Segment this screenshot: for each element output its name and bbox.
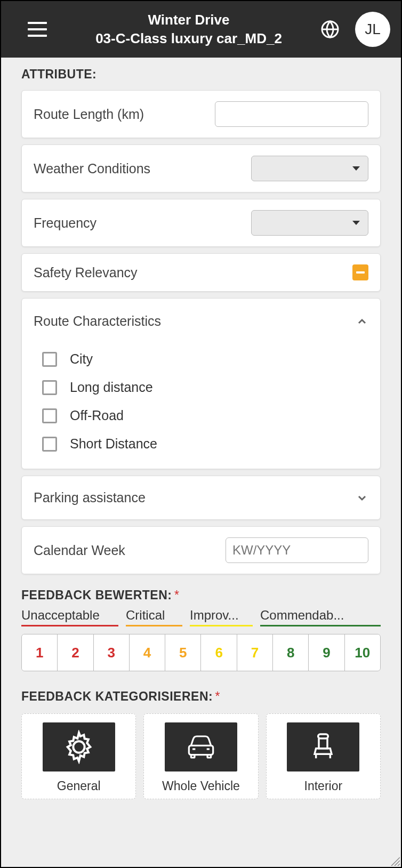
chevron-up-icon bbox=[356, 315, 368, 328]
svg-line-10 bbox=[398, 864, 400, 866]
rating-4[interactable]: 4 bbox=[130, 634, 165, 671]
route-option-off-road[interactable]: Off-Road bbox=[42, 408, 368, 423]
rating-10[interactable]: 10 bbox=[345, 634, 380, 671]
rating-label-critical: Critical bbox=[126, 608, 182, 626]
attribute-section-label: ATTRIBUTE: bbox=[21, 67, 381, 82]
route-length-input[interactable] bbox=[215, 101, 368, 127]
rating-3[interactable]: 3 bbox=[94, 634, 130, 671]
checkbox[interactable] bbox=[42, 352, 57, 367]
calendar-week-input[interactable] bbox=[226, 537, 368, 563]
gear-icon bbox=[43, 722, 115, 771]
rating-6[interactable]: 6 bbox=[201, 634, 237, 671]
rating-2[interactable]: 2 bbox=[58, 634, 93, 671]
svg-point-1 bbox=[73, 741, 84, 752]
route-option-short-distance[interactable]: Short Distance bbox=[42, 436, 368, 452]
safety-card: Safety Relevancy bbox=[21, 253, 381, 292]
category-general[interactable]: General bbox=[21, 713, 136, 799]
rating-label-commendable: Commendab... bbox=[260, 608, 381, 626]
rating-section-label: FEEDBACK BEWERTEN: bbox=[21, 588, 172, 602]
category-section-label: FEEDBACK KATEGORISIEREN: bbox=[21, 689, 213, 703]
route-option-long-distance[interactable]: Long distance bbox=[42, 380, 368, 395]
resize-handle-icon bbox=[389, 855, 400, 866]
app-header: Winter Drive 03-C-Class luxury car_MD_2 … bbox=[1, 1, 401, 58]
route-length-card: Route Length (km) bbox=[21, 90, 381, 138]
seat-icon bbox=[287, 722, 359, 771]
avatar[interactable]: JL bbox=[355, 12, 390, 47]
svg-rect-6 bbox=[207, 755, 211, 758]
category-row: General Whole Vehicle bbox=[21, 713, 381, 799]
frequency-card: Frequency bbox=[21, 199, 381, 247]
weather-card: Weather Conditions bbox=[21, 144, 381, 192]
frequency-select[interactable] bbox=[251, 210, 368, 236]
frequency-label: Frequency bbox=[34, 215, 97, 231]
rating-grid: 1 2 3 4 5 6 7 8 9 10 bbox=[21, 634, 381, 671]
chevron-down-icon bbox=[356, 492, 368, 504]
parking-assistance-toggle[interactable]: Parking assistance bbox=[21, 476, 381, 520]
rating-5[interactable]: 5 bbox=[165, 634, 201, 671]
checkbox[interactable] bbox=[42, 408, 57, 423]
page-title: Winter Drive 03-C-Class luxury car_MD_2 bbox=[66, 11, 311, 48]
calendar-week-label: Calendar Week bbox=[34, 543, 125, 558]
required-indicator: * bbox=[174, 588, 179, 602]
calendar-week-card: Calendar Week bbox=[21, 526, 381, 574]
safety-label: Safety Relevancy bbox=[34, 265, 138, 280]
rating-8[interactable]: 8 bbox=[273, 634, 309, 671]
route-characteristics-card: Route Characteristics City Long distance… bbox=[21, 298, 381, 469]
weather-select[interactable] bbox=[251, 156, 368, 181]
category-interior[interactable]: Interior bbox=[266, 713, 381, 799]
required-indicator: * bbox=[215, 689, 220, 703]
svg-rect-5 bbox=[191, 755, 195, 758]
rating-label-improv: Improv... bbox=[190, 608, 253, 626]
route-option-city[interactable]: City bbox=[42, 351, 368, 367]
route-length-label: Route Length (km) bbox=[34, 107, 144, 122]
svg-rect-7 bbox=[318, 734, 328, 738]
rating-7[interactable]: 7 bbox=[237, 634, 273, 671]
checkbox[interactable] bbox=[42, 380, 57, 395]
checkbox[interactable] bbox=[42, 437, 57, 452]
rating-label-unacceptable: Unacceptable bbox=[21, 608, 118, 626]
car-front-icon bbox=[165, 722, 237, 771]
rating-labels-row: Unacceptable Critical Improv... Commenda… bbox=[21, 608, 381, 626]
rating-9[interactable]: 9 bbox=[309, 634, 344, 671]
menu-icon[interactable] bbox=[28, 22, 47, 37]
svg-rect-2 bbox=[189, 745, 213, 754]
safety-checkbox-indeterminate[interactable] bbox=[352, 264, 368, 280]
globe-icon[interactable] bbox=[320, 19, 340, 39]
route-checklist: City Long distance Off-Road Short Distan… bbox=[34, 351, 368, 452]
route-characteristics-toggle[interactable]: Route Characteristics bbox=[34, 314, 368, 329]
category-whole-vehicle[interactable]: Whole Vehicle bbox=[143, 713, 258, 799]
rating-1[interactable]: 1 bbox=[22, 634, 58, 671]
weather-label: Weather Conditions bbox=[34, 161, 150, 176]
